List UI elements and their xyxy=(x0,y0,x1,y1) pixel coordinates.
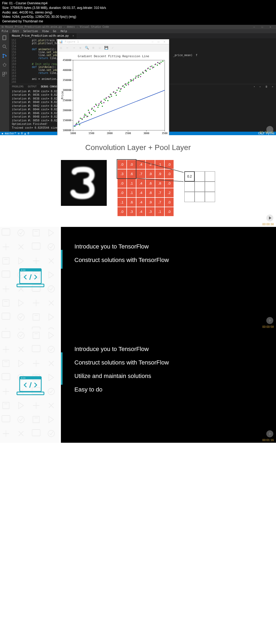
minimize-button[interactable]: — xyxy=(250,25,258,28)
svg-point-132 xyxy=(135,77,136,78)
svg-point-49 xyxy=(80,118,81,119)
timestamp-label: 00:01:16 xyxy=(262,438,274,442)
svg-point-151 xyxy=(48,244,54,250)
slide-right-panel: Introduce you to TensorFlow Construct so… xyxy=(61,227,276,329)
panel-add-icon[interactable]: + xyxy=(259,85,261,88)
close-button[interactable]: ✕ xyxy=(266,25,274,28)
svg-point-55 xyxy=(88,110,89,111)
explorer-icon[interactable] xyxy=(2,35,7,40)
timestamp-label: 00:00:58 xyxy=(262,325,274,328)
svg-point-64 xyxy=(100,102,101,103)
svg-text:200000: 200000 xyxy=(63,109,71,112)
pool-cell xyxy=(195,192,205,202)
conv-cell: .2 xyxy=(165,188,174,197)
menu-edit[interactable]: Edit xyxy=(12,30,19,33)
fig-tool-4[interactable]: 🔍 xyxy=(84,45,89,50)
fig-close-button[interactable]: ✕ xyxy=(161,40,167,43)
debug-icon[interactable] xyxy=(2,62,7,68)
fig-tool-6[interactable]: ☑ xyxy=(97,45,102,50)
panel-output[interactable]: OUTPUT xyxy=(28,85,37,88)
menu-view[interactable]: View xyxy=(42,30,49,33)
editor-tab[interactable]: House_Price_Prediction-with-anim.py × xyxy=(9,33,77,38)
extensions-icon[interactable] xyxy=(2,71,7,77)
svg-point-117 xyxy=(98,103,99,104)
panel-trash-icon[interactable]: 🗑 xyxy=(265,85,268,88)
slide-line: Easy to do xyxy=(74,386,268,393)
svg-point-87 xyxy=(130,81,132,82)
svg-point-142 xyxy=(159,63,160,64)
svg-point-112 xyxy=(86,116,87,117)
search-icon[interactable] xyxy=(2,44,7,49)
menu-help[interactable]: Help xyxy=(61,30,67,33)
svg-point-177 xyxy=(48,430,54,437)
panel-expand-icon[interactable]: ▾ xyxy=(254,85,255,88)
vscode-titlebar: ⧉ House_Price_Prediction-with-anim.py - … xyxy=(0,25,276,29)
status-left[interactable]: ◆ master* ⊘ 0 ▲ 0 xyxy=(2,132,29,135)
fig-tool-5[interactable]: ⚙ xyxy=(91,45,96,50)
panel-close-icon[interactable]: ✕ xyxy=(272,85,273,88)
svg-point-63 xyxy=(98,105,99,106)
play-overlay-icon[interactable] xyxy=(266,317,273,324)
fig-tool-1[interactable]: ← xyxy=(65,45,70,50)
fig-maximize-button[interactable]: ☐ xyxy=(156,40,161,43)
chart-area: Gradient Descent Fitting Regression Line… xyxy=(58,52,168,139)
svg-point-104 xyxy=(157,64,158,66)
accent-bar xyxy=(61,352,63,385)
svg-point-65 xyxy=(101,103,102,104)
svg-rect-13 xyxy=(3,74,5,76)
menu-file[interactable]: File xyxy=(2,30,8,33)
figure-toolbar: ⌂←→✥🔍⚙☑💾✓ xyxy=(57,44,169,51)
svg-text:2000: 2000 xyxy=(107,132,113,135)
source-control-icon[interactable] xyxy=(2,53,7,59)
fig-minimize-button[interactable]: — xyxy=(150,40,156,43)
svg-point-89 xyxy=(133,79,134,80)
svg-text:300000: 300000 xyxy=(63,89,71,91)
conv-cell: .0 xyxy=(165,179,174,188)
fig-tool-8[interactable]: ✓ xyxy=(110,45,115,50)
play-overlay-icon[interactable] xyxy=(266,214,273,222)
conv-cell: .7 xyxy=(155,188,164,197)
conv-cell: .1 xyxy=(155,207,164,216)
svg-point-149 xyxy=(18,230,24,236)
conv-cell: .4 xyxy=(136,198,145,207)
svg-rect-15 xyxy=(73,60,165,130)
vscode-window: ⧉ House_Price_Prediction-with-anim.py - … xyxy=(0,25,276,135)
svg-point-4 xyxy=(3,54,4,55)
svg-point-125 xyxy=(118,87,119,88)
conv-cell: .6 xyxy=(146,179,155,188)
pool-cell xyxy=(195,171,205,182)
svg-point-108 xyxy=(75,124,77,125)
svg-line-3 xyxy=(5,47,7,49)
svg-point-113 xyxy=(89,112,90,113)
svg-point-129 xyxy=(128,84,129,85)
menu-go[interactable]: Go xyxy=(53,30,56,33)
fig-tool-2[interactable]: → xyxy=(71,45,76,50)
svg-point-106 xyxy=(160,62,161,63)
play-overlay-icon[interactable] xyxy=(266,430,273,437)
svg-point-71 xyxy=(109,97,110,98)
menu-selection[interactable]: Selection xyxy=(23,30,38,33)
tab-close-icon[interactable]: × xyxy=(73,34,74,37)
svg-point-111 xyxy=(84,115,85,116)
svg-rect-168 xyxy=(32,345,40,352)
convolution-grid: .0.0.4.2.1.0.3.6.7.9.9.0.0.1.4.6.8.0.0.1… xyxy=(118,160,174,216)
svg-point-110 xyxy=(81,118,82,119)
svg-point-136 xyxy=(145,70,146,71)
panel-problems[interactable]: PROBLEMS xyxy=(12,85,23,88)
fig-tool-3[interactable]: ✥ xyxy=(78,45,83,50)
conv-cell: .0 xyxy=(118,160,126,169)
svg-point-79 xyxy=(119,91,120,92)
slide-left-panel xyxy=(0,227,61,329)
conv-cell: .0 xyxy=(118,188,126,197)
svg-point-182 xyxy=(25,378,25,379)
fig-tool-7[interactable]: 💾 xyxy=(104,45,109,50)
svg-rect-150 xyxy=(32,243,40,249)
fig-tool-0[interactable]: ⌂ xyxy=(58,45,63,50)
svg-text:100000: 100000 xyxy=(63,129,71,132)
conv-cell: .1 xyxy=(118,198,126,207)
svg-point-77 xyxy=(116,90,118,91)
maximize-button[interactable]: ☐ xyxy=(258,25,266,28)
slide-line: Construct solutions with TensorFlow xyxy=(74,359,268,366)
svg-point-6 xyxy=(5,55,6,56)
conv-cell: .9 xyxy=(146,169,155,178)
